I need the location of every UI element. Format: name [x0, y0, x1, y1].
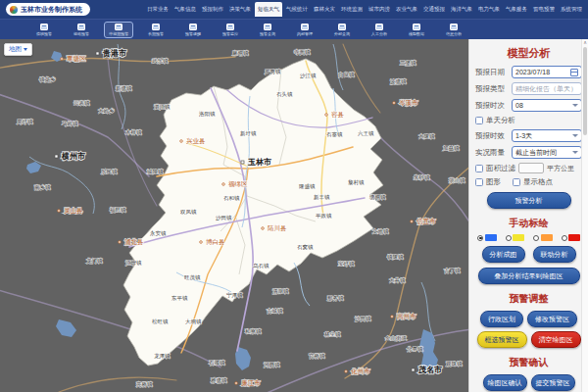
toolbar-item-预警监控[interactable]: 预警监控	[216, 22, 245, 38]
nav-item-雷电预警[interactable]: 雷电预警	[531, 3, 557, 16]
panel-scrollbar[interactable]: ∧	[581, 39, 588, 392]
map-label-陆川县: 陆川县	[268, 224, 287, 231]
nav-item-预报制作[interactable]: 预报制作	[200, 3, 225, 16]
app-logo: 玉林市业务制作系统	[6, 3, 90, 16]
radio-icon[interactable]	[477, 235, 483, 241]
manual-button-联动分析[interactable]: 联动分析	[533, 246, 576, 263]
single-day-checkbox[interactable]	[475, 117, 483, 124]
area-filter-input[interactable]	[518, 163, 544, 173]
map-label-六王镇: 六王镇	[358, 130, 374, 136]
chevron-down-icon	[572, 151, 578, 154]
chevron-down-icon	[572, 134, 578, 137]
doc-icon	[375, 24, 383, 30]
forecast-time-select[interactable]: 08	[512, 99, 582, 112]
nav-item-电力气象[interactable]: 电力气象	[476, 3, 502, 16]
map-label-岑溪市: 岑溪市	[399, 99, 418, 107]
toolbar-item-外部查询[interactable]: 外部查询	[327, 22, 357, 38]
map-canvas[interactable]: 贵港市覃塘区武乐镇麻垌镇寺面镇三堡镇镇龙乡新塘镇罗秀镇沙江镇自良镇波塘镇云表镇大…	[0, 39, 468, 392]
doc-icon	[115, 24, 122, 30]
map-label-江宁镇: 江宁镇	[125, 260, 142, 267]
map-label-木梓镇: 木梓镇	[125, 129, 142, 135]
map-label-龙潭镇: 龙潭镇	[154, 353, 171, 360]
nav-item-海洋气象[interactable]: 海洋气象	[449, 3, 474, 16]
map-label-石头镇: 石头镇	[276, 91, 293, 98]
map[interactable]: 地图	[0, 39, 468, 392]
area-filter-checkbox[interactable]	[475, 165, 483, 172]
confirm-button-绘图区确认[interactable]: 绘图区确认	[483, 374, 527, 391]
toolbar-item-中短期预警[interactable]: 中短期预警	[104, 22, 133, 38]
graphic-label: 图形	[486, 177, 501, 187]
toolbar-item-短临预警[interactable]: 短临预警	[67, 22, 96, 38]
manual-button-分析成图[interactable]: 分析成图	[482, 246, 525, 263]
adjust-button-框选预警区[interactable]: 框选预警区	[477, 331, 527, 348]
toolbar-item-label: 外部查询	[334, 31, 350, 36]
nav-item-决策气象[interactable]: 决策气象	[227, 3, 253, 16]
forecast-type-input[interactable]: 精细化报告（单天）	[512, 82, 582, 95]
toolbar-item-label: 预警查询	[260, 31, 275, 36]
grid-points-checkbox[interactable]	[513, 178, 520, 186]
forecast-period-value: 1-3天	[515, 131, 532, 141]
warning-analyze-button[interactable]: 预警分析	[487, 192, 571, 209]
forecast-date-label: 预报日期	[475, 68, 509, 77]
adjust-button-修改预警区[interactable]: 修改预警区	[527, 311, 577, 327]
toolbar-item-模型数据[interactable]: 模型数据	[402, 22, 431, 38]
nav-item-城市内涝[interactable]: 城市内涝	[367, 3, 392, 16]
toolbar-item-label: 短临预警	[74, 31, 89, 36]
map-label-塘垌镇: 塘垌镇	[368, 194, 386, 201]
radio-icon[interactable]	[506, 235, 512, 241]
toolbar-item-预警提醒[interactable]: 预警提醒	[178, 22, 208, 38]
map-label-宝圩镇: 宝圩镇	[338, 261, 355, 267]
scroll-up-icon[interactable]: ∧	[582, 39, 588, 46]
nav-item-日常业务[interactable]: 日常业务	[145, 3, 171, 16]
toolbar-item-label: 模型数据	[409, 31, 424, 36]
doc-icon	[264, 24, 271, 30]
map-label-隆盛镇: 隆盛镇	[299, 183, 316, 190]
map-label-化州市: 化州市	[351, 368, 370, 375]
map-label-大井镇: 大井镇	[389, 277, 406, 283]
nav-item-农业气象[interactable]: 农业气象	[394, 3, 419, 16]
map-layer-button[interactable]: 地图	[4, 43, 32, 56]
map-label-云表镇: 云表镇	[74, 100, 90, 106]
toolbar-item-预警查询[interactable]: 预警查询	[253, 22, 282, 38]
map-label-那务镇: 那务镇	[327, 295, 344, 302]
nav-item-环境监测[interactable]: 环境监测	[339, 3, 365, 16]
adjust-button-清空绘图区[interactable]: 清空绘图区	[531, 331, 581, 348]
calendar-icon[interactable]	[570, 69, 578, 76]
plot-color-red[interactable]	[562, 234, 581, 241]
county-marker	[262, 227, 265, 230]
toolbar-item-信息分析[interactable]: 信息分析	[439, 22, 468, 38]
toolbar-item-长期预警[interactable]: 长期预警	[141, 22, 171, 38]
forecast-period-select[interactable]: 1-3天	[512, 129, 582, 142]
nav-item-气象服务[interactable]: 气象服务	[504, 3, 529, 16]
doc-icon	[301, 24, 309, 30]
scroll-thumb[interactable]	[583, 47, 587, 135]
county-marker	[119, 241, 122, 244]
plot-color-yellow[interactable]	[506, 234, 525, 241]
radio-icon[interactable]	[562, 235, 567, 241]
adjust-button-行政区划[interactable]: 行政区划	[480, 311, 523, 327]
nav-item-交通预报[interactable]: 交通预报	[421, 3, 447, 16]
graphic-checkbox[interactable]	[475, 178, 483, 186]
nav-item-气象信息[interactable]: 气象信息	[172, 3, 198, 16]
nav-item-气候统计[interactable]: 气候统计	[284, 3, 310, 16]
map-label-石寨镇: 石寨镇	[326, 131, 343, 138]
toolbar-item-人工分析[interactable]: 人工分析	[365, 22, 394, 38]
map-label-城隍镇: 城隍镇	[146, 169, 164, 174]
forecast-type-label: 预报类型	[475, 84, 509, 94]
confirm-button-提交预警区[interactable]: 提交预警区	[531, 374, 575, 391]
rain-amount-select[interactable]: 截止当前时间	[512, 146, 582, 159]
area-filter-label: 面积过滤	[486, 164, 515, 173]
toolbar-item-内部管理[interactable]: 内部管理	[290, 22, 319, 38]
nav-item-短临天气[interactable]: 短临天气	[255, 2, 282, 17]
nav-item-森林火灾[interactable]: 森林火灾	[312, 3, 337, 16]
nav-item-系统管理[interactable]: 系统管理	[559, 3, 584, 16]
logo-icon	[10, 6, 18, 14]
forecast-date-input[interactable]: 2023/07/18	[512, 66, 582, 78]
radio-icon[interactable]	[533, 235, 539, 241]
toolbar-item-值班预警[interactable]: 值班预警	[29, 22, 59, 38]
plot-color-blue[interactable]	[477, 234, 497, 241]
map-label-旺茂镇: 旺茂镇	[184, 274, 201, 280]
plot-color-orange[interactable]	[533, 234, 553, 241]
overlay-results-button[interactable]: 叠加分析结果到绘图区	[478, 268, 580, 284]
county-marker	[235, 382, 238, 385]
